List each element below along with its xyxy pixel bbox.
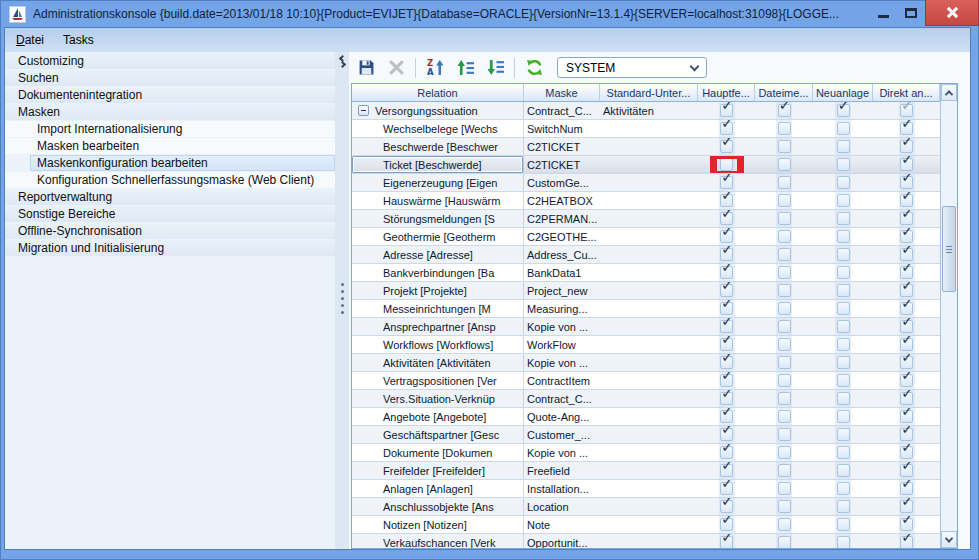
checkbox-cell-hauptfenster[interactable]: ✓ [698,138,755,155]
checkbox-cell-neuanlage[interactable] [813,120,873,137]
cell-maske[interactable]: C2HEATBOX [524,192,600,209]
checkbox-cell-direkt[interactable]: ✓ [873,516,940,533]
checkbox-cell-dateimenge[interactable] [755,318,813,335]
cell-maske[interactable]: Address_Cu... [524,246,600,263]
checkbox[interactable] [778,158,791,171]
cell-maske[interactable]: Opportunit... [524,534,600,548]
sidebar-item-masken[interactable]: Masken [5,104,335,120]
vertical-scrollbar[interactable] [940,84,957,548]
checkbox[interactable] [837,446,850,459]
table-row[interactable]: Angebote [Angebote] Quote-Ang... ✓ ✓ [352,408,940,426]
cell-relation[interactable]: Versorgungssituation [352,102,524,119]
checkbox-cell-direkt[interactable]: ✓ [873,354,940,371]
delete-button[interactable] [385,57,407,79]
checkbox-cell-hauptfenster[interactable]: ✓ [698,318,755,335]
checkbox[interactable]: ✓ [900,140,913,153]
checkbox-cell-direkt[interactable]: ✓ [873,426,940,443]
checkbox[interactable] [778,446,791,459]
table-row[interactable]: Messeinrichtungen [M Measuring... ✓ ✓ [352,300,940,318]
checkbox[interactable] [837,140,850,153]
checkbox[interactable]: ✓ [900,230,913,243]
checkbox-cell-dateimenge[interactable] [755,426,813,443]
checkbox[interactable] [778,482,791,495]
checkbox-cell-hauptfenster[interactable]: ✓ [698,174,755,191]
cell-relation[interactable]: Anlagen [Anlagen] [352,480,524,497]
cell-relation[interactable]: Vers.Situation-Verknüp [352,390,524,407]
cell-relation[interactable]: Freifelder [Freifelder] [352,462,524,479]
checkbox[interactable]: ✓ [900,248,913,261]
checkbox[interactable] [778,356,791,369]
checkbox[interactable] [837,158,850,171]
sidebar-item-customizing[interactable]: Customizing [5,53,335,69]
checkbox[interactable] [778,302,791,315]
cell-relation[interactable]: Beschwerde [Beschwer [352,138,524,155]
checkbox[interactable]: ✓ [900,338,913,351]
checkbox[interactable] [778,266,791,279]
checkbox[interactable] [778,194,791,207]
table-row[interactable]: Vertragspositionen [Ver ContractItem ✓ ✓ [352,372,940,390]
checkbox-cell-hauptfenster[interactable] [698,156,755,173]
cell-standard-unterrelation[interactable] [600,174,698,191]
cell-standard-unterrelation[interactable] [600,246,698,263]
cell-relation[interactable]: Störungsmeldungen [S [352,210,524,227]
checkbox-cell-dateimenge[interactable] [755,354,813,371]
cell-maske[interactable]: WorkFlow [524,336,600,353]
checkbox-cell-dateimenge[interactable] [755,534,813,548]
checkbox[interactable]: ✓ [900,482,913,495]
table-row[interactable]: Versorgungssituation Contract_C... Aktiv… [352,102,940,120]
checkbox[interactable]: ✓ [720,248,733,261]
checkbox-cell-dateimenge[interactable] [755,246,813,263]
scrollbar-thumb[interactable] [942,206,956,292]
checkbox[interactable]: ✓ [900,464,913,477]
checkbox[interactable]: ✓ [837,104,850,117]
checkbox-cell-neuanlage[interactable] [813,408,873,425]
checkbox[interactable]: ✓ [720,140,733,153]
checkbox[interactable]: ✓ [720,464,733,477]
sidebar-item-migration-und-initialisierung[interactable]: Migration und Initialisierung [5,240,335,256]
checkbox[interactable] [778,176,791,189]
cell-standard-unterrelation[interactable] [600,120,698,137]
cell-relation[interactable]: Messeinrichtungen [M [352,300,524,317]
table-row[interactable]: Geschäftspartner [Gesc Customer_... ✓ ✓ [352,426,940,444]
checkbox-cell-dateimenge[interactable] [755,408,813,425]
checkbox[interactable] [837,194,850,207]
cell-maske[interactable]: Contract_C... [524,102,600,119]
checkbox[interactable] [837,428,850,441]
checkbox-cell-dateimenge[interactable] [755,138,813,155]
checkbox[interactable] [837,248,850,261]
table-row[interactable]: Freifelder [Freifelder] Freefield ✓ ✓ [352,462,940,480]
cell-maske[interactable]: BankData1 [524,264,600,281]
checkbox-cell-direkt[interactable]: ✓ [873,210,940,227]
checkbox[interactable]: ✓ [900,176,913,189]
checkbox[interactable]: ✓ [720,356,733,369]
checkbox[interactable] [778,464,791,477]
checkbox-cell-direkt[interactable]: ✓ [873,408,940,425]
checkbox[interactable]: ✓ [778,104,791,117]
checkbox[interactable]: ✓ [720,536,733,548]
checkbox[interactable] [778,248,791,261]
checkbox[interactable]: ✓ [720,284,733,297]
checkbox[interactable]: ✓ [900,302,913,315]
checkbox-cell-dateimenge[interactable] [755,480,813,497]
cell-maske[interactable]: Freefield [524,462,600,479]
cell-maske[interactable]: C2TICKET [524,138,600,155]
cell-relation[interactable]: Eigenerzeugung [Eigen [352,174,524,191]
checkbox-cell-dateimenge[interactable] [755,498,813,515]
checkbox-cell-hauptfenster[interactable]: ✓ [698,534,755,548]
checkbox-cell-direkt[interactable]: ✓ [873,156,940,173]
cell-maske[interactable]: C2GEOTHE... [524,228,600,245]
cell-standard-unterrelation[interactable] [600,354,698,371]
checkbox-cell-dateimenge[interactable] [755,300,813,317]
cell-standard-unterrelation[interactable] [600,372,698,389]
checkbox[interactable]: ✓ [900,536,913,548]
checkbox-cell-hauptfenster[interactable]: ✓ [698,516,755,533]
checkbox-cell-direkt[interactable]: ✓ [873,318,940,335]
checkbox-cell-hauptfenster[interactable]: ✓ [698,498,755,515]
column-header-dateime[interactable]: Dateime... [755,84,813,101]
checkbox-cell-direkt[interactable]: ✓ [873,102,940,119]
cell-maske[interactable]: Kopie von ... [524,318,600,335]
checkbox[interactable] [778,536,791,548]
checkbox-cell-dateimenge[interactable] [755,336,813,353]
move-down-button[interactable] [484,57,506,79]
cell-standard-unterrelation[interactable] [600,408,698,425]
